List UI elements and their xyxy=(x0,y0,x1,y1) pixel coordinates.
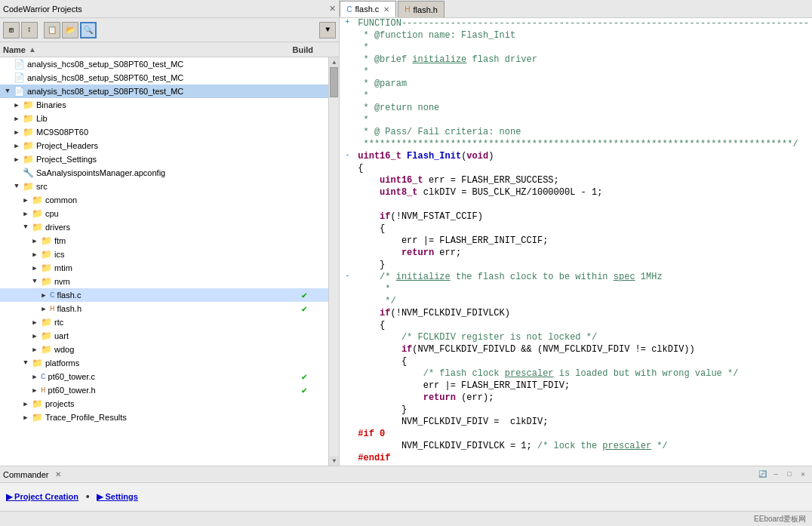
code-line: * xyxy=(340,42,812,54)
bottom-link-project-creation[interactable]: ▶ Project Creation xyxy=(6,492,78,502)
code-area[interactable]: + FUNCTION------------------------------… xyxy=(340,18,812,466)
expand-proj3[interactable]: ▼ xyxy=(3,87,12,96)
bottom-maximize-btn[interactable]: □ xyxy=(783,469,795,481)
tree-item-binaries[interactable]: ▶ 📁 Binaries xyxy=(0,98,328,112)
tree-item-rtc[interactable]: ▶ 📁 rtc xyxy=(0,315,328,329)
expand-ftm[interactable]: ▶ xyxy=(30,236,39,245)
tree-item-projects[interactable]: ▶ 📁 projects xyxy=(0,397,328,411)
expand-lib[interactable]: ▶ xyxy=(12,114,21,123)
scroll-track[interactable] xyxy=(329,67,339,456)
tree-item-proj3[interactable]: ▼ 📄 analysis_hcs08_setup_S08PT60_test_MC xyxy=(0,85,328,98)
tree-item-mtim[interactable]: ▶ 📁 mtim xyxy=(0,261,328,275)
expand-binaries[interactable]: ▶ xyxy=(12,100,21,109)
folder-icon-projects: 📁 xyxy=(32,398,43,410)
expand-wdog[interactable]: ▶ xyxy=(30,345,39,354)
expand-cpu[interactable]: ▶ xyxy=(21,209,30,218)
line-content: if(NVM_FCLKDIV_FDIVLD && (NVM_FCLKDIV_FD… xyxy=(355,344,812,355)
expand-src[interactable]: ▼ xyxy=(12,182,21,191)
bottom-minimize-btn[interactable]: — xyxy=(770,469,782,481)
bottom-refresh-btn[interactable]: 🔄 xyxy=(756,469,768,481)
expand-platforms[interactable]: ▼ xyxy=(21,358,30,368)
toolbar-btn-3[interactable]: 📋 xyxy=(44,22,60,38)
folder-icon-mc: 📁 xyxy=(23,127,34,138)
sort-arrow[interactable]: ▲ xyxy=(29,45,36,54)
toolbar-search-btn[interactable]: 🔍 xyxy=(80,22,97,38)
expand-rtc[interactable]: ▶ xyxy=(30,318,39,327)
expand-proj2[interactable] xyxy=(3,73,12,82)
line-content: } xyxy=(355,260,812,270)
tree-item-flash-c[interactable]: ▶ C flash.c ✔ xyxy=(0,288,328,302)
collapse-btn-function[interactable]: + xyxy=(345,18,349,26)
expand-ics[interactable]: ▶ xyxy=(30,250,39,259)
tree-item-ics[interactable]: ▶ 📁 ics xyxy=(0,248,328,261)
collapse-btn-func[interactable]: - xyxy=(345,151,349,159)
tree-item-mc9s08pt60[interactable]: ▶ 📁 MC9S08PT60 xyxy=(0,125,328,139)
tree-item-trace[interactable]: ▶ 📁 Trace_Profile_Results xyxy=(0,411,328,424)
tree-item-ftm[interactable]: ▶ 📁 ftm xyxy=(0,234,328,248)
tab-flash-c-icon: C xyxy=(346,5,352,14)
tree-item-flash-h[interactable]: ▶ H flash.h ✔ xyxy=(0,302,328,315)
tree-area[interactable]: 📄 analysis_hcs08_setup_S08PT60_test_MC 📄… xyxy=(0,57,328,466)
line-content: #if 0 xyxy=(355,429,812,439)
toolbar-btn-4[interactable]: 📂 xyxy=(62,22,78,38)
tree-item-lib[interactable]: ▶ 📁 Lib xyxy=(0,112,328,125)
scroll-thumb[interactable] xyxy=(330,67,338,97)
tree-scrollbar[interactable]: ▲ ▼ xyxy=(328,57,339,466)
tree-item-pt60-tower-h[interactable]: ▶ H pt60_tower.h ✔ xyxy=(0,383,328,397)
expand-pt60-c[interactable]: ▶ xyxy=(30,372,39,381)
expand-mc[interactable]: ▶ xyxy=(12,128,21,137)
tree-item-platforms[interactable]: ▼ 📁 platforms xyxy=(0,356,328,370)
expand-proj1[interactable] xyxy=(3,60,12,69)
tree-item-proj1[interactable]: 📄 analysis_hcs08_setup_S08PT60_test_MC xyxy=(0,57,328,71)
expand-nvm[interactable]: ▼ xyxy=(30,277,39,286)
tab-flash-c[interactable]: C flash.c ✕ xyxy=(340,1,396,17)
collapse-gutter-2[interactable]: - xyxy=(340,151,355,159)
bottom-link-settings[interactable]: ▶ Settings xyxy=(97,492,137,502)
tree-item-cpu[interactable]: ▶ 📁 cpu xyxy=(0,207,328,220)
bottom-panel-title: Commander xyxy=(3,470,49,479)
expand-sa[interactable] xyxy=(12,168,21,177)
scroll-up-arrow[interactable]: ▲ xyxy=(331,57,337,67)
folder-icon-ics: 📁 xyxy=(41,249,52,260)
tree-item-uart[interactable]: ▶ 📁 uart xyxy=(0,329,328,343)
expand-flash-h[interactable]: ▶ xyxy=(39,304,48,313)
tree-item-proj2[interactable]: 📄 analysis_hcs08_setup_S08PT60_test_MC xyxy=(0,71,328,85)
folder-icon-common: 📁 xyxy=(32,195,43,206)
tree-item-nvm[interactable]: ▼ 📁 nvm xyxy=(0,275,328,288)
expand-common[interactable]: ▶ xyxy=(21,195,30,205)
tab-flash-c-label: flash.c xyxy=(355,5,380,14)
flash-h-check: ✔ xyxy=(302,304,307,315)
bottom-close-btn[interactable]: ✕ xyxy=(797,469,809,481)
expand-mtim[interactable]: ▶ xyxy=(30,263,39,272)
expand-trace[interactable]: ▶ xyxy=(21,413,30,422)
collapse-btn-comment[interactable]: - xyxy=(345,272,349,280)
collapse-gutter-3[interactable]: - xyxy=(340,272,355,280)
panel-close-button[interactable]: ✕ xyxy=(329,4,336,14)
tab-flash-h[interactable]: H flash.h xyxy=(398,1,444,17)
expand-proj-headers[interactable]: ▶ xyxy=(12,141,21,150)
tree-item-sa-analysis[interactable]: 🔧 SaAnalysispointsManager.apconfig xyxy=(0,166,328,180)
tree-item-pt60-tower-c[interactable]: ▶ C pt60_tower.c ✔ xyxy=(0,370,328,383)
expand-drivers[interactable]: ▼ xyxy=(21,223,30,232)
toolbar-btn-2[interactable]: ↕ xyxy=(21,22,38,38)
tab-flash-c-close[interactable]: ✕ xyxy=(383,5,389,14)
expand-projects[interactable]: ▶ xyxy=(21,399,30,408)
tree-item-proj-headers[interactable]: ▶ 📁 Project_Headers xyxy=(0,139,328,152)
tree-item-src[interactable]: ▼ 📁 src xyxy=(0,180,328,193)
expand-flash-c[interactable]: ▶ xyxy=(39,291,48,300)
line-content: if(!NVM_FCLKDIV_FDIVLCK) xyxy=(355,308,812,318)
expand-uart[interactable]: ▶ xyxy=(30,331,39,340)
toolbar-collapse-btn[interactable]: ▼ xyxy=(319,22,336,38)
collapse-gutter[interactable]: + xyxy=(340,18,355,26)
tree-item-drivers[interactable]: ▼ 📁 drivers xyxy=(0,220,328,234)
code-line: * @function name: Flash_Init xyxy=(340,30,812,42)
tree-item-proj-settings[interactable]: ▶ 📁 Project_Settings xyxy=(0,152,328,166)
toolbar-btn-1[interactable]: ⊞ xyxy=(3,22,20,38)
expand-proj-settings[interactable]: ▶ xyxy=(12,155,21,164)
tree-item-wdog[interactable]: ▶ 📁 wdog xyxy=(0,343,328,356)
bottom-panel-id: ✕ xyxy=(55,470,61,478)
scroll-down-arrow[interactable]: ▼ xyxy=(331,456,337,466)
tree-item-common[interactable]: ▶ 📁 common xyxy=(0,193,328,207)
expand-pt60-h[interactable]: ▶ xyxy=(30,386,39,395)
code-line: /* flash clock prescaler is loaded but w… xyxy=(340,368,812,380)
